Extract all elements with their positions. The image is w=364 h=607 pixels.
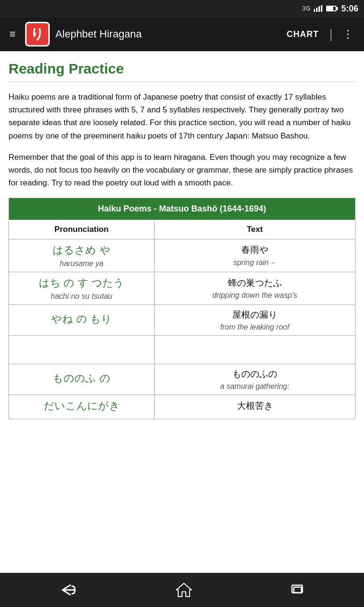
- more-options-icon[interactable]: ⋮: [338, 24, 358, 45]
- hiragana-1: はるさめ や: [14, 243, 149, 258]
- table-title-row: Haiku Poems - Matsuo Bashō (1644-1694): [9, 198, 355, 220]
- divider: |: [329, 27, 333, 42]
- pronunciation-cell-6: だいこんにがき: [9, 395, 155, 419]
- status-bar: 3G 5:06: [0, 0, 364, 17]
- text-cell-2: 蜂の巣つたふ dripping down the wasp's: [155, 272, 355, 305]
- table-row: もののふ の もののふの a samurai gathering:: [9, 364, 355, 395]
- hiragana-3: やね の もり: [14, 312, 149, 326]
- home-icon: [174, 581, 193, 598]
- kanji-3: 屋根の漏り: [159, 309, 350, 321]
- text-cell-1: 春雨や spring rain－: [155, 239, 355, 272]
- signal-bars-icon: [314, 5, 322, 12]
- intro-paragraph-2: Remember that the goal of this app is to…: [9, 151, 355, 190]
- back-button[interactable]: [57, 581, 80, 598]
- bottom-nav: [0, 573, 364, 607]
- haiku-table: Haiku Poems - Matsuo Bashō (1644-1694) P…: [9, 198, 355, 419]
- svg-rect-3: [321, 5, 322, 12]
- kanji-5: もののふの: [159, 368, 350, 380]
- hiragana-2: はち の す つたう: [14, 276, 149, 290]
- svg-rect-2: [318, 6, 320, 12]
- logo-char: り: [30, 25, 44, 43]
- chart-button[interactable]: CHART: [282, 26, 324, 43]
- kanji-2: 蜂の巣つたふ: [159, 277, 350, 289]
- pronunciation-cell-5: もののふ の: [9, 364, 155, 395]
- translation-5: a samurai gathering:: [159, 382, 350, 391]
- battery-icon: [326, 6, 337, 11]
- text-cell-5: もののふの a samurai gathering:: [155, 364, 355, 395]
- section-divider: [9, 82, 355, 82]
- table-row: はち の す つたう hachi no su tsutau 蜂の巣つたふ dri…: [9, 272, 355, 305]
- text-cell-4: [155, 336, 355, 364]
- pronunciation-cell-2: はち の す つたう hachi no su tsutau: [9, 272, 155, 305]
- table-row: だいこんにがき 大根苦き: [9, 395, 355, 419]
- translation-2: dripping down the wasp's: [159, 291, 350, 300]
- recent-icon: [288, 581, 307, 598]
- hiragana-6: だいこんにがき: [14, 399, 149, 413]
- romaji-1: harusame ya: [14, 259, 149, 268]
- pronunciation-cell-4: [9, 336, 155, 364]
- intro-paragraph-1: Haiku poems are a traditional form of Ja…: [9, 91, 355, 142]
- text-cell-6: 大根苦き: [155, 395, 355, 419]
- kanji-6: 大根苦き: [159, 400, 350, 412]
- svg-rect-1: [316, 8, 318, 12]
- app-logo: り: [25, 22, 50, 46]
- table-row: はるさめ や harusame ya 春雨や spring rain－: [9, 239, 355, 272]
- translation-1: spring rain－: [159, 258, 350, 268]
- back-icon: [57, 581, 80, 598]
- table-row: やね の もり 屋根の漏り from the leaking roof: [9, 305, 355, 336]
- signal-icon: 3G: [302, 5, 311, 12]
- text-cell-3: 屋根の漏り from the leaking roof: [155, 305, 355, 336]
- section-title: Reading Practice: [9, 61, 355, 77]
- main-content: Reading Practice Haiku poems are a tradi…: [0, 51, 364, 573]
- romaji-2: hachi no su tsutau: [14, 292, 149, 301]
- svg-rect-5: [294, 587, 301, 593]
- svg-rect-0: [314, 9, 315, 12]
- app-bar: ≡ り Alephbet Hiragana CHART | ⋮: [0, 17, 364, 51]
- col-header-row: Pronunciation Text: [9, 220, 355, 239]
- status-time: 5:06: [341, 4, 358, 14]
- recent-apps-button[interactable]: [288, 581, 307, 598]
- pronunciation-cell-1: はるさめ や harusame ya: [9, 239, 155, 272]
- hiragana-5: もののふ の: [14, 371, 149, 386]
- pronunciation-cell-3: やね の もり: [9, 305, 155, 336]
- table-row: [9, 336, 355, 364]
- table-title-cell: Haiku Poems - Matsuo Bashō (1644-1694): [9, 198, 355, 220]
- pronunciation-header: Pronunciation: [9, 220, 155, 239]
- kanji-1: 春雨や: [159, 244, 350, 256]
- home-button[interactable]: [174, 581, 193, 598]
- translation-3: from the leaking roof: [159, 323, 350, 331]
- app-title: Alephbet Hiragana: [55, 28, 276, 40]
- menu-icon[interactable]: ≡: [6, 24, 19, 44]
- text-header: Text: [155, 220, 355, 239]
